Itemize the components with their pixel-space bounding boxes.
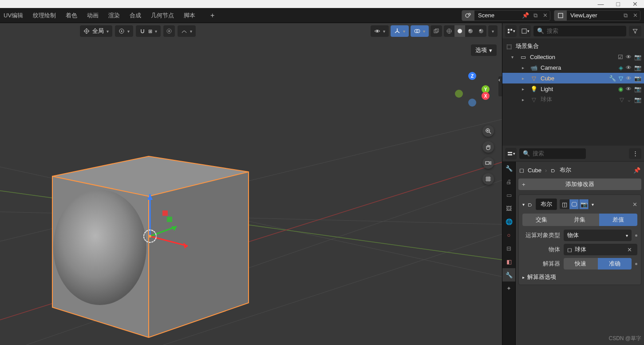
tree-collection[interactable]: ▾ ▭ Collection ☑ 👁 📷 (502, 52, 644, 62)
eye-icon[interactable]: 👁 (626, 64, 632, 71)
zoom-button[interactable] (482, 125, 494, 137)
chevron-down-icon[interactable]: ▾ (522, 202, 525, 207)
axis-z[interactable]: Z (468, 72, 476, 80)
tab-texture-paint[interactable]: 纹理绘制 (33, 12, 56, 20)
outliner-editor-dropdown[interactable]: ▾ (505, 25, 517, 37)
navigation-gizmo[interactable]: Z Y X (455, 72, 490, 107)
breadcrumb-modifier[interactable]: 布尔 (560, 166, 571, 174)
proportional-falloff-dropdown[interactable]: ▾ (178, 25, 196, 37)
pivot-dropdown[interactable]: ▾ (115, 25, 133, 37)
collapse-handle[interactable]: ‹ (498, 76, 502, 96)
perspective-toggle[interactable] (482, 173, 494, 185)
add-workspace-button[interactable]: + (210, 12, 214, 20)
visibility-dropdown[interactable]: ▾ (371, 25, 389, 37)
maximize-button[interactable]: □ (616, 0, 620, 8)
tree-scene-collection[interactable]: ⬚ 场景集合 (502, 41, 644, 52)
tab-rendering[interactable]: 渲染 (108, 12, 120, 20)
properties-options[interactable]: ⋮ (629, 148, 641, 159)
tab-modifiers[interactable]: 🔧 (502, 268, 515, 282)
animate-prop-icon[interactable] (635, 234, 637, 237)
shading-solid[interactable] (454, 25, 465, 37)
tab-scripting[interactable]: 脚本 (184, 12, 195, 20)
mod-realtime-toggle[interactable]: 🖵 (569, 199, 579, 209)
tab-viewlayer[interactable]: ▭ (502, 188, 515, 202)
outliner-filter-button[interactable] (629, 26, 641, 36)
camera-icon[interactable]: 📷 (634, 96, 641, 103)
remove-scene-icon[interactable]: ✕ (540, 10, 550, 21)
shading-options-dropdown[interactable]: ▾ (488, 25, 498, 37)
tab-physics[interactable]: ◧ (502, 255, 515, 268)
pin-icon[interactable]: 📌 (633, 167, 640, 174)
tab-object[interactable]: ○ (502, 228, 515, 242)
tab-constraints[interactable]: ⊟ (502, 242, 515, 255)
shading-rendered[interactable] (476, 25, 486, 37)
mode-difference[interactable]: 差值 (599, 214, 637, 226)
eye-icon[interactable]: 👁 (626, 54, 632, 60)
viewlayer-selector[interactable]: ViewLayer ⧉ ✕ (554, 10, 640, 21)
tab-compositing[interactable]: 合成 (130, 12, 141, 20)
solver-fast[interactable]: 快速 (564, 258, 598, 270)
viewport-3d[interactable]: 全局 ▾ ▾ ⊞ ▾ ▾ (0, 23, 502, 345)
chevron-right-icon[interactable]: ▸ (522, 76, 527, 81)
tab-geometry-nodes[interactable]: 几何节点 (151, 12, 174, 20)
tab-scene[interactable]: 🖼 (502, 202, 515, 215)
checkbox-icon[interactable]: ☑ (618, 54, 623, 60)
camera-icon[interactable]: 📷 (634, 54, 641, 60)
shading-material[interactable] (465, 25, 476, 37)
minimize-button[interactable]: — (598, 0, 604, 8)
chevron-right-icon[interactable]: ▸ (522, 65, 527, 70)
shading-wireframe[interactable] (444, 25, 454, 37)
solver-options-subpanel[interactable]: ▸ 解算器选项 (522, 273, 637, 281)
properties-editor-dropdown[interactable]: ▾ (505, 148, 517, 159)
proportional-edit-toggle[interactable] (163, 25, 175, 37)
mode-union[interactable]: 并集 (561, 214, 599, 226)
options-dropdown[interactable]: 选项▾ (471, 44, 497, 56)
tree-item-camera[interactable]: ▸ 📹 Camera ◈ 👁 📷 (502, 62, 644, 73)
eye-icon[interactable]: 👁 (626, 86, 632, 92)
chevron-right-icon[interactable]: ▸ (522, 87, 527, 91)
outliner-display-mode[interactable]: ▾ (519, 25, 531, 37)
axis-neg-z[interactable] (468, 99, 476, 107)
mod-render-toggle[interactable]: 📷 (579, 199, 589, 209)
chevron-right-icon[interactable]: ▸ (522, 97, 527, 102)
snap-toggle[interactable]: ⊞ ▾ (136, 25, 161, 37)
modifier-extras-dropdown[interactable]: ▾ (592, 202, 594, 207)
tab-render[interactable]: 🔧 (502, 162, 515, 175)
animate-prop-icon[interactable] (635, 263, 637, 265)
tab-particles[interactable]: ✦ (502, 282, 515, 295)
modifier-name-field[interactable]: 布尔 (536, 198, 557, 210)
operand-type-dropdown[interactable]: 物体 ▾ (564, 230, 632, 241)
remove-viewlayer-icon[interactable]: ✕ (630, 10, 640, 21)
object-picker[interactable]: ◻ 球体 ✕ (564, 244, 637, 255)
mode-intersect[interactable]: 交集 (522, 214, 561, 226)
mod-edit-mode-toggle[interactable]: ◫ (560, 199, 569, 209)
tab-uv-editing[interactable]: UV编辑 (4, 12, 23, 20)
camera-icon[interactable]: 📷 (634, 75, 641, 82)
pan-button[interactable] (482, 141, 494, 153)
xray-toggle[interactable] (431, 25, 442, 37)
solver-exact[interactable]: 准确 (598, 258, 632, 270)
chevron-down-icon[interactable]: ▾ (511, 55, 517, 59)
new-scene-icon[interactable]: ⧉ (530, 10, 540, 21)
outliner-search[interactable]: 🔍 搜索 (533, 26, 626, 36)
tree-item-sphere[interactable]: ▸ ▽ 球体 ▽ ⌄ 📷 (502, 94, 644, 105)
add-modifier-dropdown[interactable]: + 添加修改器 (518, 178, 641, 190)
gizmo-toggle[interactable]: ▾ (391, 25, 409, 37)
overlay-toggle[interactable]: ▾ (411, 25, 429, 37)
camera-icon[interactable]: 📷 (634, 86, 641, 92)
camera-icon[interactable]: 📷 (634, 64, 641, 71)
tab-world[interactable]: 🌐 (502, 215, 515, 228)
new-viewlayer-icon[interactable]: ⧉ (620, 10, 630, 21)
breadcrumb-object[interactable]: Cube (528, 167, 541, 174)
tree-item-cube[interactable]: ▸ ▽ Cube 🔧 ▽ 👁 📷 (502, 73, 644, 83)
tab-animation[interactable]: 动画 (87, 12, 99, 20)
axis-neg-y[interactable] (455, 90, 463, 98)
eye-icon[interactable]: 👁 (626, 75, 632, 82)
tree-item-light[interactable]: ▸ 💡 Light ◉ 👁 📷 (502, 83, 644, 94)
clear-object-button[interactable]: ✕ (625, 246, 634, 253)
tab-shading[interactable]: 着色 (66, 12, 77, 20)
properties-search[interactable]: 🔍 搜索 (519, 148, 586, 159)
scene-selector[interactable]: Scene 📌 ⧉ ✕ (462, 10, 550, 21)
axis-x[interactable]: X (482, 92, 490, 100)
pin-scene-icon[interactable]: 📌 (521, 10, 530, 21)
